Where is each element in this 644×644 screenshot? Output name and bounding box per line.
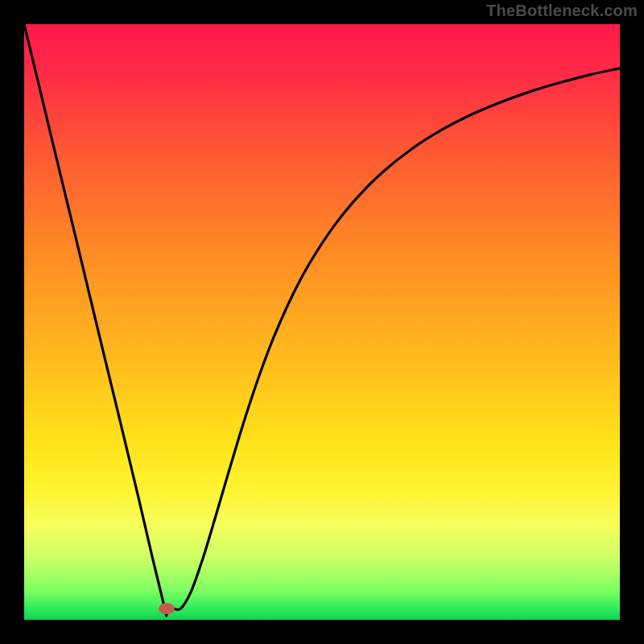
watermark-text: TheBottleneck.com [486, 2, 638, 20]
gradient-background [24, 24, 620, 620]
optimal-point-marker [159, 603, 175, 614]
bottleneck-chart [24, 24, 620, 620]
chart-frame: TheBottleneck.com [0, 0, 644, 644]
plot-area [24, 24, 620, 620]
